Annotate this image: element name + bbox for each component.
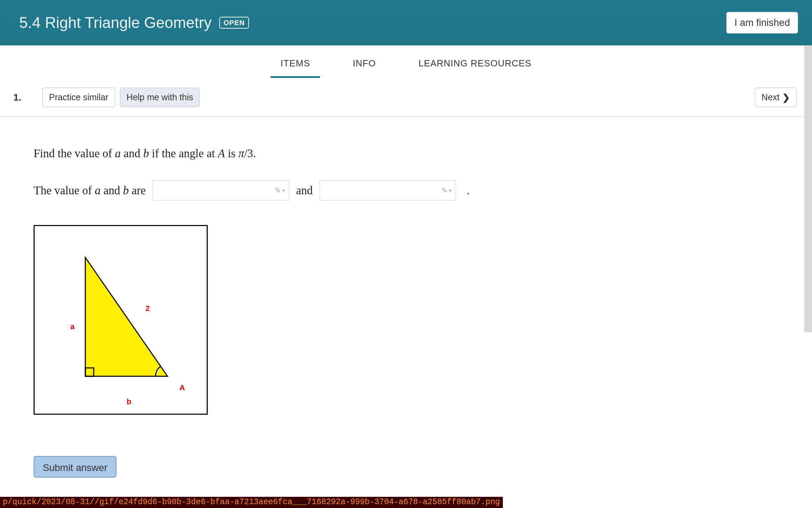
practice-similar-button[interactable]: Practice similar xyxy=(42,88,115,107)
answer-input-a[interactable]: ✎ ▾ xyxy=(153,180,289,201)
text: and xyxy=(121,147,143,160)
text: if the angle at xyxy=(149,147,218,160)
next-button-label: Next xyxy=(762,92,779,102)
finish-button[interactable]: I am finished xyxy=(726,12,798,34)
var-b: b xyxy=(123,184,129,197)
tab-learning-resources[interactable]: LEARNING RESOURCES xyxy=(416,55,534,78)
var-a: a xyxy=(115,147,121,160)
pi: π xyxy=(238,147,244,160)
caret-down-icon: ▾ xyxy=(282,188,285,194)
text: /3 xyxy=(244,147,253,160)
submit-answer-button[interactable]: Submit answer xyxy=(34,456,116,478)
question-toolbar: 1. Practice similar Help me with this Ne… xyxy=(0,78,812,117)
status-badge-open: OPEN xyxy=(219,17,249,29)
var-a: a xyxy=(95,184,101,197)
answer-input-b[interactable]: ✎ ▾ xyxy=(320,180,456,201)
answer-line: The value of a and b are ✎ ▾ and ✎ ▾ . xyxy=(34,180,812,201)
status-path: p/quick/2023/08-31//gif/e24fd9d6-b90b-3d… xyxy=(0,497,503,508)
text: The value of xyxy=(34,184,95,197)
text: are xyxy=(129,184,146,197)
app-header: 5.4 Right Triangle Geometry OPEN I am fi… xyxy=(0,0,812,45)
pencil-icon: ✎ xyxy=(275,186,281,195)
help-me-button[interactable]: Help me with this xyxy=(120,88,200,107)
tab-bar: ITEMS INFO LEARNING RESOURCES xyxy=(0,45,812,78)
text: is xyxy=(225,147,238,160)
pencil-icon: ✎ xyxy=(442,186,448,195)
answer-prefix: The value of a and b are xyxy=(34,184,146,197)
problem-prompt: Find the value of a and b if the angle a… xyxy=(34,147,812,160)
text: Find the value of xyxy=(34,147,115,160)
label-angle-A: A xyxy=(179,383,185,392)
var-b: b xyxy=(143,147,149,160)
tab-items[interactable]: ITEMS xyxy=(278,55,312,78)
page-title: 5.4 Right Triangle Geometry xyxy=(19,14,212,31)
scrollbar[interactable] xyxy=(804,46,812,332)
text: . xyxy=(253,147,256,160)
svg-marker-0 xyxy=(85,257,168,376)
question-number: 1. xyxy=(13,92,21,103)
caret-down-icon: ▾ xyxy=(449,188,451,194)
label-side-b: b xyxy=(127,397,131,406)
label-hypotenuse: 2 xyxy=(145,304,150,313)
period: . xyxy=(466,184,469,197)
tab-info[interactable]: INFO xyxy=(351,55,378,78)
var-A: A xyxy=(218,147,225,160)
label-side-a: a xyxy=(70,322,74,331)
chevron-right-icon: ❯ xyxy=(782,93,790,102)
next-button[interactable]: Next ❯ xyxy=(755,88,797,107)
text: and xyxy=(101,184,123,197)
problem-content: Find the value of a and b if the angle a… xyxy=(0,117,812,478)
triangle-figure: a b A 2 xyxy=(34,225,208,415)
and-word: and xyxy=(296,184,313,197)
